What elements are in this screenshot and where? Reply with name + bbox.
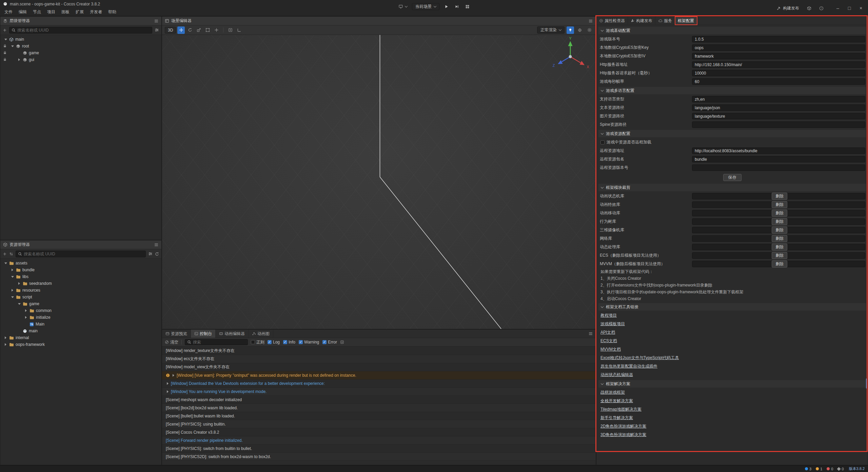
assets-search-input[interactable] [24,252,143,256]
config-input[interactable] [692,164,865,171]
console-filter-log[interactable]: ✓Log [268,340,280,345]
expander-icon[interactable] [4,343,7,346]
console-log-row[interactable]: [Scene] [PHYSICS]: switch from builtin t… [162,445,596,453]
doc-link[interactable]: Excel格式转Json文件与TypeScript代码工具 [598,354,866,362]
clear-console-button[interactable]: 清空 [165,339,178,345]
assets-menu-icon[interactable] [154,242,159,247]
save-button[interactable]: 保存 [723,174,742,181]
console-filter-info[interactable]: ✓Info [283,340,295,345]
status-build[interactable]: 0 [837,467,844,471]
doc-link[interactable]: 新手引导解决方案 [598,414,866,422]
status-warning[interactable]: 1 [816,467,822,471]
menu-item[interactable]: 扩展 [73,9,87,16]
console-filter-warning[interactable]: ✓Warning [299,340,319,345]
console-log-row[interactable]: [Window] Download the Vue Devtools exten… [162,379,596,388]
hierarchy-search-input[interactable] [17,28,150,33]
section-header[interactable]: 框架模块裁剪 [598,184,866,191]
tree-node[interactable]: libs [0,273,161,280]
config-input[interactable] [692,53,865,59]
hierarchy-filter-icon[interactable] [155,28,159,32]
console-log-row[interactable]: [Scene] Forward render pipeline initiali… [162,436,596,445]
coordinate-toggle-button[interactable] [235,26,243,34]
console-tab[interactable]: 资源预览 [162,330,191,338]
expander-icon[interactable] [11,289,14,292]
expander-icon[interactable] [17,303,21,305]
section-header[interactable]: 框架解决方案 [598,380,866,388]
menu-item[interactable]: 开发者 [87,9,105,16]
console-log-row[interactable]: [Scene] Cocos Creator v3.8.2 [162,428,596,436]
mode-3d-button[interactable]: 3D [165,27,176,34]
console-tab[interactable]: 控制台 [191,330,216,338]
inspector-tab[interactable]: 属性检查器 [596,17,628,25]
remote-load-checkbox[interactable] [600,140,605,144]
tree-node[interactable]: game [0,50,161,56]
scene-gizmo-toggle[interactable] [576,26,584,34]
menu-item[interactable]: 帮助 [105,9,119,16]
console-log-row[interactable]: [Scene] meshopt wasm decoder initialized [162,396,596,404]
console-tab[interactable]: 动画图 [249,330,273,338]
expander-icon[interactable] [11,269,14,271]
lock-icon[interactable] [3,44,7,48]
doc-link[interactable]: 原生包热更新配置自动生成插件 [598,362,866,371]
tree-node[interactable]: seedrandom [0,280,161,287]
config-input[interactable] [692,148,865,154]
scene-viewport[interactable]: Y X Z [162,35,596,329]
console-tab[interactable]: 动画编辑器 [216,330,249,338]
doc-link[interactable]: ECS文档 [598,337,866,345]
config-input[interactable] [692,113,865,119]
delete-button[interactable]: 删除 [772,252,787,259]
tree-node[interactable]: game [0,300,161,307]
doc-link[interactable]: 全栈开发解决方案 [598,397,866,405]
expander-icon[interactable] [11,296,14,298]
build-publish-button[interactable]: 构建发布 [775,5,801,12]
create-node-button[interactable] [3,28,7,32]
expander-icon[interactable] [11,276,14,278]
lock-icon[interactable] [3,51,7,55]
log-expander-icon[interactable] [166,390,169,393]
expander-icon[interactable] [4,336,7,339]
preview-target-dropdown[interactable] [397,4,409,9]
console-log-row[interactable]: [Window] render_texture文件夹不存在 [162,347,596,355]
section-header[interactable]: 游戏基础配置 [598,27,866,34]
config-input[interactable] [692,36,865,42]
menu-item[interactable]: 节点 [30,9,44,16]
tree-node[interactable]: main [0,36,161,43]
section-header[interactable]: 游戏多语言配置 [598,87,866,94]
layout-button[interactable] [464,4,471,9]
scene-menu-icon[interactable] [588,19,593,23]
scene-settings-button[interactable] [586,26,593,34]
status-error[interactable]: 0 [827,467,833,471]
menu-item[interactable]: 编辑 [16,9,30,16]
tree-node[interactable]: oops-framework [0,341,161,348]
config-input[interactable] [692,96,865,102]
log-expander-icon[interactable] [172,374,175,377]
scrollbar-thumb[interactable] [866,378,867,389]
console-log-row[interactable]: [Scene] [PHYSICS]: using builtin. [162,420,596,428]
doc-link[interactable]: 2D角色扮演游戏解决方案 [598,422,866,431]
regex-toggle[interactable]: 正则 [251,339,264,345]
console-filter-error[interactable]: ✓Error [322,340,337,345]
close-button[interactable]: × [856,3,866,13]
tree-node[interactable]: resources [0,287,161,294]
status-info[interactable]: 3 [805,467,811,471]
log-expander-icon[interactable] [166,382,169,385]
doc-link[interactable]: Tiledmap地图解决方案 [598,405,866,414]
anchor-tool-button[interactable] [213,26,220,34]
minimize-button[interactable]: – [833,3,843,13]
tree-node[interactable]: TSMain [0,321,161,328]
console-log-row[interactable]: [Scene] [PHYSICS2D]: switch from box2d-w… [162,453,596,461]
create-asset-button[interactable] [3,252,7,256]
step-button[interactable] [453,4,460,9]
delete-button[interactable]: 删除 [772,210,787,217]
config-input[interactable] [692,156,865,162]
tree-node[interactable]: bundle [0,267,161,273]
expander-icon[interactable] [24,309,28,312]
delete-button[interactable]: 删除 [772,227,787,234]
package-button[interactable] [806,5,813,11]
doc-link[interactable]: 战棋游戏框架 [598,388,866,397]
doc-link[interactable]: 游戏模板项目 [598,320,866,328]
inspector-tab[interactable]: 构建发布 [628,17,655,25]
doc-link[interactable]: 教程项目 [598,311,866,320]
config-input[interactable] [692,61,865,68]
menu-item[interactable]: 文件 [1,9,16,16]
